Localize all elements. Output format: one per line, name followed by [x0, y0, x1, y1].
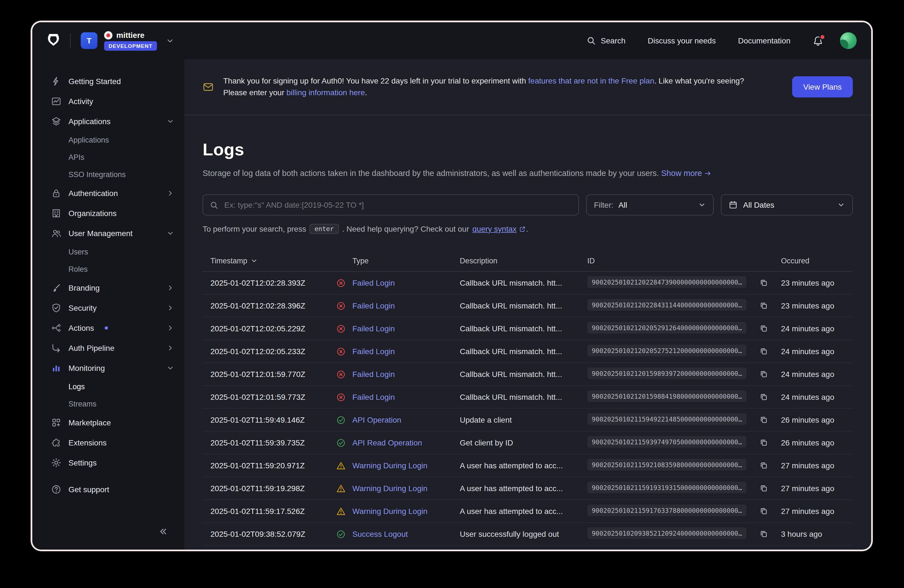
sidebar-item-organizations[interactable]: Organizations — [32, 203, 184, 223]
copy-id-button[interactable] — [759, 438, 768, 447]
log-type-link[interactable]: Failed Login — [352, 278, 395, 287]
trial-banner: Thank you for signing up for Auth0! You … — [184, 59, 871, 115]
log-type-link[interactable]: Failed Login — [352, 301, 395, 310]
shield-icon — [51, 303, 61, 313]
table-row[interactable]: 2025-01-02T12:02:28.396Z Failed Login Ca… — [202, 294, 853, 318]
sidebar-subitem-roles[interactable]: Roles — [32, 261, 184, 278]
query-syntax-link[interactable]: query syntax — [472, 224, 517, 233]
table-row[interactable]: 2025-01-02T12:01:59.773Z Failed Login Ca… — [202, 386, 853, 409]
notifications-button[interactable] — [813, 35, 823, 46]
help-circle-icon — [51, 484, 61, 495]
sidebar-subitem-apis[interactable]: APIs — [32, 149, 184, 166]
app-window: T mittiere DEVELOPMENT Search Discuss yo… — [32, 22, 871, 550]
sidebar-subitem-users[interactable]: Users — [32, 243, 184, 261]
copy-id-button[interactable] — [759, 347, 768, 356]
copy-id-button[interactable] — [759, 324, 768, 333]
sidebar-item-marketplace[interactable]: Marketplace — [32, 413, 184, 433]
search-icon — [210, 201, 218, 209]
sidebar-item-user-management[interactable]: User Management — [32, 223, 184, 243]
table-row[interactable]: 2025-01-02T11:59:20.971Z Warning During … — [202, 454, 853, 477]
column-header-occurred: Occured — [781, 256, 853, 265]
log-type-link[interactable]: Warning During Login — [352, 507, 428, 515]
copy-id-button[interactable] — [759, 461, 768, 470]
sidebar-subitem-logs[interactable]: Logs — [32, 378, 184, 395]
log-id: 90020250102120159884198000000000000000… — [587, 390, 746, 402]
date-range-dropdown[interactable]: All Dates — [721, 194, 853, 215]
table-row[interactable]: 2025-01-02T09:38:52.079Z Success Logout … — [202, 523, 853, 546]
log-type-link[interactable]: Success Logout — [352, 530, 408, 539]
log-type-link[interactable]: Failed Login — [352, 324, 395, 333]
error-icon — [336, 301, 346, 310]
log-search-input[interactable] — [223, 200, 572, 210]
top-nav: T mittiere DEVELOPMENT Search Discuss yo… — [32, 22, 871, 59]
success-icon — [336, 415, 346, 425]
copy-id-button[interactable] — [759, 370, 768, 379]
log-type-link[interactable]: API Read Operation — [352, 438, 422, 447]
sidebar-item-get-support[interactable]: Get support — [32, 479, 184, 499]
error-icon — [336, 370, 346, 379]
sidebar-item-security[interactable]: Security — [32, 298, 184, 318]
main-area: Thank you for signing up for Auth0! You … — [184, 59, 871, 550]
external-link-icon — [519, 225, 526, 232]
sidebar-item-getting-started[interactable]: Getting Started — [32, 71, 184, 91]
nav-link-documentation[interactable]: Documentation — [738, 36, 790, 45]
bar-chart-icon — [51, 363, 61, 373]
copy-id-button[interactable] — [759, 416, 768, 424]
sidebar-item-authentication[interactable]: Authentication — [32, 183, 184, 203]
chevrons-left-icon — [158, 527, 168, 536]
trial-banner-text: Thank you for signing up for Auth0! You … — [223, 75, 752, 98]
table-row[interactable]: 2025-01-02T11:59:17.526Z Warning During … — [202, 500, 853, 523]
copy-id-button[interactable] — [759, 530, 768, 539]
sidebar-subitem-applications[interactable]: Applications — [32, 131, 184, 149]
sidebar-item-actions[interactable]: Actions — [32, 318, 184, 338]
tenant-chevron-down-icon[interactable] — [166, 36, 174, 45]
table-row[interactable]: 2025-01-02T12:02:05.229Z Failed Login Ca… — [202, 318, 853, 340]
tenant-flag-icon — [104, 31, 112, 39]
log-type-link[interactable]: Failed Login — [352, 392, 395, 401]
free-plan-features-link[interactable]: features that are not in the Free plan — [528, 76, 654, 85]
table-row[interactable]: 2025-01-02T09:34:11.426Z API Read Operat… — [202, 546, 853, 550]
tenant-switcher[interactable]: mittiere DEVELOPMENT — [104, 31, 157, 51]
table-row[interactable]: 2025-01-02T11:59:49.146Z API Operation U… — [202, 409, 853, 432]
billing-information-link[interactable]: billing information here — [286, 88, 365, 97]
table-row[interactable]: 2025-01-02T12:02:28.393Z Failed Login Ca… — [202, 272, 853, 294]
table-row[interactable]: 2025-01-02T11:59:39.735Z API Read Operat… — [202, 432, 853, 454]
sidebar-item-applications[interactable]: Applications — [32, 111, 184, 131]
sidebar-item-auth-pipeline[interactable]: Auth Pipeline — [32, 338, 184, 358]
sidebar-item-branding[interactable]: Branding — [32, 278, 184, 298]
nav-link-discuss[interactable]: Discuss your needs — [648, 36, 716, 45]
copy-id-button[interactable] — [759, 484, 768, 493]
new-indicator-dot — [105, 326, 108, 330]
table-row[interactable]: 2025-01-02T12:01:59.770Z Failed Login Ca… — [202, 363, 853, 386]
table-row[interactable]: 2025-01-02T12:02:05.233Z Failed Login Ca… — [202, 340, 853, 363]
copy-id-button[interactable] — [759, 507, 768, 515]
sidebar-item-activity[interactable]: Activity — [32, 91, 184, 111]
sidebar-subitem-streams[interactable]: Streams — [32, 395, 184, 413]
copy-id-button[interactable] — [759, 301, 768, 310]
table-row[interactable]: 2025-01-02T11:59:19.298Z Warning During … — [202, 477, 853, 500]
sidebar-item-monitoring[interactable]: Monitoring — [32, 358, 184, 378]
warning-icon — [336, 506, 346, 516]
filter-dropdown[interactable]: Filter: All — [586, 194, 714, 215]
nav-search-button[interactable]: Search — [587, 36, 626, 45]
tenant-tile[interactable]: T — [81, 32, 97, 49]
search-icon — [587, 36, 596, 45]
log-type-link[interactable]: Warning During Login — [352, 461, 428, 470]
marketplace-grid-icon — [51, 417, 61, 428]
collapse-sidebar-button[interactable] — [158, 527, 168, 536]
view-plans-button[interactable]: View Plans — [792, 76, 853, 98]
search-hint: To perform your search, pressenter. Need… — [202, 223, 853, 234]
copy-id-button[interactable] — [759, 278, 768, 287]
column-header-timestamp[interactable]: Timestamp — [210, 256, 336, 265]
copy-id-button[interactable] — [759, 392, 768, 401]
sidebar-item-extensions[interactable]: Extensions — [32, 433, 184, 453]
show-more-link[interactable]: Show more — [661, 169, 712, 178]
chevron-down-icon — [837, 201, 845, 209]
user-avatar[interactable] — [840, 32, 857, 49]
log-type-link[interactable]: Warning During Login — [352, 484, 428, 493]
sidebar-subitem-sso-integrations[interactable]: SSO Integrations — [32, 166, 184, 183]
log-type-link[interactable]: Failed Login — [352, 370, 395, 379]
log-type-link[interactable]: API Operation — [352, 416, 401, 424]
sidebar-item-settings[interactable]: Settings — [32, 453, 184, 473]
log-type-link[interactable]: Failed Login — [352, 347, 395, 356]
